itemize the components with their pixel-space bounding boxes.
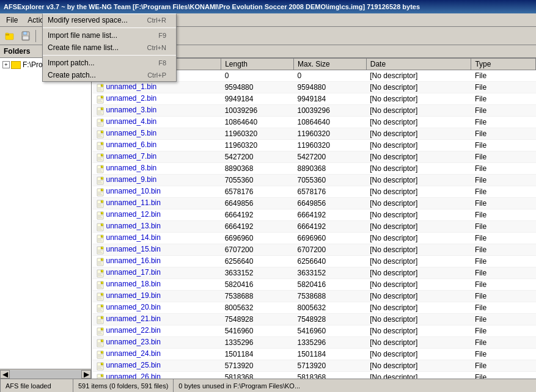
svg-rect-2 [6, 33, 9, 34]
cell-type: File [471, 105, 536, 117]
advanced-import-patch[interactable]: Import patch... F8 [43, 57, 176, 69]
table-row[interactable]: unnamed_24.bin15011841501184[No descript… [92, 349, 536, 360]
cell-type: File [471, 372, 536, 379]
table-row[interactable]: unnamed_1.bin95948809594880[No descripto… [92, 82, 536, 93]
col-date[interactable]: Date [366, 59, 471, 70]
col-length[interactable]: Length [221, 59, 294, 70]
scroll-track[interactable] [10, 370, 81, 379]
table-row[interactable]: unnamed_18.bin58204165820416[No descript… [92, 279, 536, 291]
svg-rect-23 [98, 101, 102, 102]
svg-rect-82 [98, 216, 101, 217]
svg-rect-161 [98, 368, 102, 369]
save-icon [21, 31, 31, 41]
cell-type: File [471, 314, 536, 325]
cell-length: 1501184 [221, 349, 294, 360]
col-maxsize[interactable]: Max. Size [293, 59, 366, 70]
advanced-modify-reserved[interactable]: Modify reserved space... Ctrl+R [43, 14, 176, 26]
cell-filename: unnamed_1.bin [92, 82, 221, 93]
cell-maxsize: 11960320 [293, 140, 366, 151]
svg-rect-59 [98, 171, 102, 172]
svg-rect-22 [98, 100, 101, 101]
table-row[interactable]: unnamed_19.bin75386887538688[No descript… [92, 291, 536, 302]
cell-maxsize: 8890368 [293, 163, 366, 175]
table-row[interactable]: unnamed_9.bin70553607055360[No descripto… [92, 175, 536, 186]
table-row[interactable]: unnamed_13.bin66641926664192[No descript… [92, 221, 536, 233]
status-left: AFS file loaded [0, 379, 73, 392]
svg-rect-141 [98, 331, 103, 332]
toolbar-save-button[interactable] [18, 29, 33, 43]
folder-icon [11, 61, 21, 69]
table-row[interactable]: unnamed_25.bin57139205713920[No descript… [92, 360, 536, 372]
cell-filename: unnamed_4.bin [92, 117, 221, 128]
toolbar-open-button[interactable] [2, 29, 17, 43]
cell-date: [No descriptor] [366, 186, 471, 198]
advanced-create-patch[interactable]: Create patch... Ctrl+P [43, 69, 176, 81]
folders-horizontal-scrollbar[interactable]: ◀ ▶ [0, 369, 91, 379]
folders-tree[interactable]: + F:\Progra... [0, 58, 91, 369]
table-row[interactable]: unnamed_6.bin1196032011960320[No descrip… [92, 140, 536, 151]
cell-type: File [471, 151, 536, 163]
table-row[interactable]: unnamed_7.bin54272005427200[No descripto… [92, 151, 536, 163]
cell-date: [No descriptor] [366, 70, 471, 82]
table-row[interactable]: unnamed_17.bin36331523633152[No descript… [92, 267, 536, 279]
table-row[interactable]: unnamed_15.bin67072006707200[No descript… [92, 244, 536, 256]
files-table-container[interactable]: File name Length Max. Size Date Type unn… [92, 58, 536, 379]
file-bin-icon [96, 152, 105, 162]
cell-type: File [471, 244, 536, 256]
cell-filename: unnamed_26.bin [92, 372, 221, 379]
cell-length: 6707200 [221, 244, 294, 256]
cell-maxsize: 9594880 [293, 82, 366, 93]
cell-length: 5820416 [221, 279, 294, 291]
advanced-dropdown-menu: Modify reserved space... Ctrl+R Import f… [42, 13, 177, 82]
svg-rect-63 [98, 180, 103, 181]
advanced-import-file-name-list[interactable]: Import file name list... F9 [43, 29, 176, 42]
svg-rect-153 [98, 354, 103, 355]
menu-file[interactable]: File [1, 15, 23, 26]
col-type[interactable]: Type [471, 59, 536, 70]
cell-length: 9949184 [221, 93, 294, 105]
file-bin-icon [96, 210, 105, 220]
table-row[interactable]: unnamed_26.bin58183685818368[No descript… [92, 372, 536, 379]
svg-rect-57 [98, 169, 103, 169]
file-bin-icon [96, 117, 105, 127]
table-row[interactable]: unnamed_22.bin54169605416960[No descript… [92, 325, 536, 337]
file-bin-icon [96, 245, 105, 255]
svg-rect-125 [98, 299, 102, 299]
tree-expand-icon[interactable]: + [2, 61, 10, 68]
folders-panel: Folders + F:\Progra... ◀ ▶ [0, 45, 92, 379]
svg-rect-53 [98, 159, 102, 160]
cell-maxsize: 6664192 [293, 209, 366, 221]
table-row[interactable]: unnamed_21.bin75489287548928[No descript… [92, 314, 536, 325]
cell-length: 10864640 [221, 117, 294, 128]
cell-length: 6256640 [221, 256, 294, 267]
table-row[interactable]: unnamed_20.bin80056328005632[No descript… [92, 302, 536, 314]
table-row[interactable]: unnamed_12.bin66641926664192[No descript… [92, 209, 536, 221]
table-row[interactable]: unnamed_3.bin1003929610039296[No descrip… [92, 105, 536, 117]
svg-rect-131 [98, 310, 102, 311]
table-row[interactable]: unnamed_16.bin62566406256640[No descript… [92, 256, 536, 267]
scroll-left-btn[interactable]: ◀ [0, 370, 10, 379]
table-row[interactable]: unnamed_11.bin66498566649856[No descript… [92, 198, 536, 209]
table-row[interactable]: unnamed_23.bin13352961335296[No descript… [92, 337, 536, 349]
cell-date: [No descriptor] [366, 151, 471, 163]
advanced-create-file-name-list[interactable]: Create file name list... Ctrl+N [43, 42, 176, 54]
svg-rect-105 [98, 261, 103, 262]
cell-maxsize: 7538688 [293, 291, 366, 302]
cell-length: 5713920 [221, 360, 294, 372]
table-row[interactable]: unnamed_5.bin1196032011960320[No descrip… [92, 128, 536, 140]
table-row[interactable]: unnamed_10.bin65781766578176[No descript… [92, 186, 536, 198]
cell-maxsize: 9949184 [293, 93, 366, 105]
scroll-right-btn[interactable]: ▶ [81, 370, 91, 379]
table-row[interactable]: unnamed_14.bin66969606696960[No descript… [92, 233, 536, 244]
svg-rect-155 [98, 357, 102, 357]
svg-rect-160 [98, 367, 101, 368]
table-row[interactable]: unnamed_8.bin88903688890368[No descripto… [92, 163, 536, 175]
table-row[interactable]: unnamed_2.bin99491849949184[No descripto… [92, 93, 536, 105]
cell-date: [No descriptor] [366, 244, 471, 256]
file-bin-icon [96, 256, 105, 266]
table-row[interactable]: unnamed_4.bin1086464010864640[No descrip… [92, 117, 536, 128]
file-bin-icon [96, 140, 105, 150]
file-bin-icon [96, 338, 105, 347]
cell-type: File [471, 117, 536, 128]
svg-rect-28 [98, 112, 101, 112]
